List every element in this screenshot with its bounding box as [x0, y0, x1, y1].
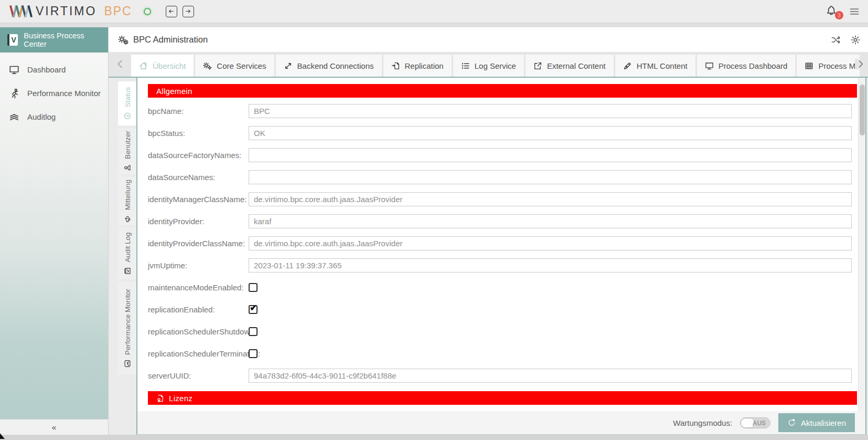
field-label-identityProviderClassName: identityProviderClassName: — [148, 239, 249, 248]
refresh-button[interactable]: Aktualisieren — [778, 413, 855, 432]
scrollbar-thumb[interactable] — [860, 85, 865, 135]
notification-count-badge: 3 — [835, 11, 843, 19]
settings-gear-icon[interactable] — [850, 35, 861, 45]
section-header-lizenz: Lizenz — [148, 391, 857, 405]
checkbox-replicationSchedulerShutdown[interactable] — [249, 327, 258, 336]
main-menu-button[interactable] — [849, 6, 860, 17]
field-input-bpcName[interactable] — [249, 104, 852, 118]
section-header-allgemein: Allgemein — [148, 84, 857, 98]
main-area: BPC Administration — [109, 27, 868, 435]
checkbox-maintenanceModeEnabled[interactable] — [249, 283, 258, 292]
layers-icon — [9, 112, 19, 122]
refresh-icon — [787, 418, 796, 427]
sidebar: V Business Process Center Dashboard Perf… — [0, 27, 109, 435]
sidebar-header: V Business Process Center — [0, 27, 108, 53]
pen-nib-icon — [623, 61, 632, 70]
form-row: identityProviderClassName: — [148, 232, 858, 254]
field-label-dataSourceNames: dataSourceNames: — [148, 173, 249, 182]
monitor-icon — [9, 65, 19, 75]
connection-status-icon — [144, 8, 151, 15]
arrow-left-icon — [167, 7, 175, 15]
vtab-performance-monitor[interactable]: Performance Monitor — [118, 282, 137, 374]
field-label-identityProvider: identityProvider: — [148, 217, 249, 226]
gauge-icon — [124, 360, 132, 368]
runner-icon — [9, 88, 19, 99]
sidebar-item-label: Auditlog — [27, 112, 56, 121]
tab-process-dashboard[interactable]: Process Dashboard — [697, 55, 796, 77]
field-input-dataSourceNames[interactable] — [249, 170, 852, 184]
history-back-button[interactable] — [166, 6, 177, 17]
field-input-identityProviderClassName[interactable] — [249, 236, 852, 250]
form-row: replicationSchedulerTerminated: — [148, 342, 858, 364]
arrow-right-icon — [184, 7, 192, 15]
maintenance-mode-toggle[interactable]: AUS — [740, 417, 770, 428]
megaphone-icon — [124, 215, 132, 223]
tab-bar: Übersicht Core Services Backend C — [109, 53, 868, 77]
form-row: maintenanceModeEnabled: — [148, 276, 858, 298]
tabs-scroll-left-icon[interactable] — [115, 59, 125, 69]
info-icon — [124, 112, 132, 120]
panel-footer: Wartungsmodus: AUS Aktualisieren — [137, 411, 865, 434]
tab-uebersicht[interactable]: Übersicht — [131, 55, 194, 77]
status-panel: Allgemein bpcName: bpcStatus: — [136, 78, 866, 435]
vtab-audit-log[interactable]: Audit Log — [118, 228, 137, 279]
tab-log-service[interactable]: Log Service — [453, 55, 524, 77]
vtab-mitteilung[interactable]: Mitteilung — [118, 177, 137, 225]
form-row: bpcStatus: — [148, 122, 858, 144]
sidebar-item-label: Performance Monitor — [27, 89, 101, 98]
field-input-identityManagerClassName[interactable] — [249, 192, 852, 206]
virtimo-logo-icon — [8, 4, 33, 18]
panel-content: Allgemein bpcName: bpcStatus: — [137, 78, 858, 411]
field-input-identityProvider[interactable] — [249, 214, 852, 228]
form-row: dataSourceNames: — [148, 166, 858, 188]
field-label-identityManagerClassName: identityManagerClassName: — [148, 195, 249, 204]
bpc-admin-window: VIRTIMO BPC 3 — [0, 0, 868, 440]
bpc-logo-icon: V — [7, 34, 18, 46]
tab-core-services[interactable]: Core Services — [195, 55, 274, 77]
toggle-state-label: AUS — [753, 420, 766, 427]
vtab-benutzer[interactable]: Benutzer — [118, 128, 137, 174]
sidebar-item-auditlog[interactable]: Auditlog — [0, 105, 108, 129]
form-row: dataSourceFactoryNames: — [148, 144, 858, 166]
maintenance-mode-label: Wartungsmodus: — [673, 418, 732, 427]
history-forward-button[interactable] — [183, 6, 194, 17]
grid-table-icon — [805, 61, 813, 70]
shuffle-icon[interactable] — [831, 35, 841, 45]
home-icon — [139, 61, 148, 70]
form-row: replicationSchedulerShutdown: — [148, 320, 858, 342]
monitor-icon — [705, 61, 714, 70]
tab-process-monitoring[interactable]: Process Monitoring — [797, 55, 860, 77]
form: bpcName: bpcStatus: dataSourceFactoryNam… — [148, 100, 858, 386]
field-label-bpcName: bpcName: — [148, 107, 249, 116]
collapse-chevrons-icon: « — [52, 423, 56, 432]
vtab-status[interactable]: Status — [118, 81, 137, 125]
form-row: bpcName: — [148, 100, 858, 122]
notifications-button[interactable]: 3 — [826, 5, 839, 18]
tab-external-content[interactable]: External Content — [526, 55, 614, 77]
checkbox-replicationSchedulerTerminated[interactable] — [249, 349, 258, 358]
sidebar-item-dashboard[interactable]: Dashboard — [0, 58, 108, 81]
field-input-jvmUptime[interactable] — [249, 258, 852, 273]
field-input-dataSourceFactoryNames[interactable] — [249, 148, 852, 162]
sidebar-collapse-button[interactable]: « — [0, 419, 108, 435]
tab-replication[interactable]: Replication — [383, 55, 452, 77]
tab-html-content[interactable]: HTML Content — [615, 55, 695, 77]
diagonal-arrows-icon — [284, 61, 293, 70]
field-input-bpcStatus[interactable] — [249, 126, 852, 140]
sidebar-item-performance-monitor[interactable]: Performance Monitor — [0, 81, 108, 105]
window-bottom-edge — [0, 435, 868, 440]
field-input-serverUUID[interactable] — [249, 369, 852, 383]
form-row: jvmUptime: — [148, 254, 858, 276]
tab-backend-connections[interactable]: Backend Connections — [276, 55, 382, 77]
vertical-scrollbar — [858, 78, 865, 411]
checkbox-replicationEnabled[interactable] — [249, 305, 258, 314]
form-row: replicationEnabled: — [148, 298, 858, 320]
form-row: identityProvider: — [148, 210, 858, 232]
mouse-cursor — [0, 433, 5, 439]
field-label-jvmUptime: jvmUptime: — [148, 261, 249, 270]
app-area: V Business Process Center Dashboard Perf… — [0, 23, 868, 440]
product-name: BPC — [104, 4, 132, 18]
gears-icon — [118, 35, 128, 45]
tabs-scroll-right-icon[interactable] — [855, 59, 865, 69]
field-label-replicationSchedulerTerminated: replicationSchedulerTerminated: — [148, 349, 249, 358]
